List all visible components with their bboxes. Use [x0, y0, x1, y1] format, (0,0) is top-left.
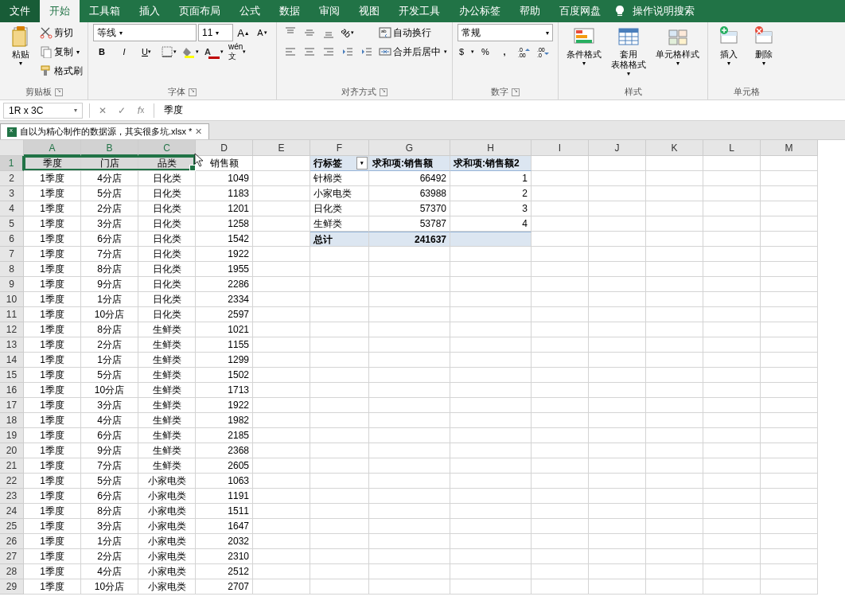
cell[interactable]: 小家电类	[138, 519, 196, 534]
cell[interactable]	[532, 277, 589, 292]
col-header-L[interactable]: L	[703, 140, 761, 156]
cell[interactable]	[532, 504, 589, 519]
cell[interactable]: 2707	[196, 579, 253, 595]
cell[interactable]	[253, 428, 310, 443]
cell[interactable]: 1647	[196, 519, 253, 534]
cell[interactable]	[310, 262, 369, 277]
cell[interactable]	[310, 489, 369, 504]
cell[interactable]: 2分店	[81, 549, 138, 564]
cell[interactable]	[761, 277, 818, 292]
cell[interactable]	[253, 579, 310, 595]
cell[interactable]	[703, 247, 761, 262]
cell[interactable]	[532, 262, 589, 277]
cell[interactable]	[646, 337, 703, 353]
cell[interactable]	[253, 474, 310, 489]
cell[interactable]	[310, 504, 369, 519]
cell[interactable]: 1季度	[24, 322, 81, 337]
cell[interactable]: 1713	[196, 383, 253, 398]
cell[interactable]	[532, 247, 589, 262]
row-header-21[interactable]: 21	[0, 458, 24, 474]
cell[interactable]	[703, 519, 761, 534]
cell[interactable]: 生鲜类	[138, 458, 196, 474]
cell[interactable]	[646, 307, 703, 322]
cell[interactable]: 1	[450, 171, 532, 186]
cell[interactable]	[589, 353, 646, 368]
cell[interactable]	[646, 579, 703, 595]
format-painter-button[interactable]: 格式刷	[40, 62, 83, 80]
cell[interactable]	[532, 307, 589, 322]
cell[interactable]	[761, 428, 818, 443]
cell[interactable]: 求和项:销售额2	[450, 156, 532, 171]
cell[interactable]	[589, 549, 646, 564]
cell[interactable]	[703, 368, 761, 383]
col-header-M[interactable]: M	[761, 140, 818, 156]
cell[interactable]	[450, 353, 532, 368]
cell[interactable]	[369, 398, 450, 413]
cell[interactable]	[253, 322, 310, 337]
cell[interactable]	[703, 458, 761, 474]
cell[interactable]	[253, 564, 310, 579]
cell[interactable]	[646, 277, 703, 292]
cell[interactable]	[589, 474, 646, 489]
cell[interactable]	[646, 489, 703, 504]
cell[interactable]: 3分店	[81, 519, 138, 534]
cell[interactable]	[450, 458, 532, 474]
cell[interactable]: 1季度	[24, 413, 81, 428]
cell[interactable]: 1922	[196, 398, 253, 413]
cell[interactable]	[369, 413, 450, 428]
cell[interactable]	[703, 186, 761, 201]
cell[interactable]	[253, 504, 310, 519]
cell[interactable]	[532, 564, 589, 579]
cell[interactable]	[646, 519, 703, 534]
cell[interactable]	[532, 292, 589, 307]
cell[interactable]: 1063	[196, 474, 253, 489]
cell[interactable]	[589, 307, 646, 322]
delete-cells-button[interactable]: 删除▾	[748, 24, 780, 68]
cell[interactable]: 日化类	[138, 307, 196, 322]
cell[interactable]: 10分店	[81, 307, 138, 322]
cell[interactable]	[761, 292, 818, 307]
bold-button[interactable]: B	[93, 43, 111, 60]
cell[interactable]: 小家电类	[138, 474, 196, 489]
cell[interactable]: 3	[450, 201, 532, 216]
cell[interactable]	[310, 337, 369, 353]
cell[interactable]: 1季度	[24, 262, 81, 277]
tab-formulas[interactable]: 公式	[230, 0, 270, 22]
cell[interactable]: 1季度	[24, 443, 81, 458]
cell[interactable]	[761, 262, 818, 277]
cell[interactable]: 1季度	[24, 201, 81, 216]
cell[interactable]	[761, 579, 818, 595]
row-header-9[interactable]: 9	[0, 277, 24, 292]
col-header-I[interactable]: I	[532, 140, 589, 156]
cell[interactable]	[589, 519, 646, 534]
cell[interactable]	[589, 413, 646, 428]
row-header-15[interactable]: 15	[0, 368, 24, 383]
cell[interactable]	[761, 383, 818, 398]
col-header-H[interactable]: H	[450, 140, 532, 156]
cell[interactable]	[703, 428, 761, 443]
cell[interactable]: 1258	[196, 216, 253, 232]
cell[interactable]	[761, 353, 818, 368]
cell[interactable]: 1季度	[24, 186, 81, 201]
cell[interactable]	[703, 443, 761, 458]
cell[interactable]	[703, 398, 761, 413]
cell[interactable]: 66492	[369, 171, 450, 186]
cell[interactable]	[310, 549, 369, 564]
cell[interactable]	[532, 171, 589, 186]
row-header-17[interactable]: 17	[0, 398, 24, 413]
cell[interactable]	[532, 337, 589, 353]
cell[interactable]	[646, 156, 703, 171]
cell[interactable]	[369, 277, 450, 292]
cell[interactable]	[761, 549, 818, 564]
cell[interactable]: 日化类	[138, 277, 196, 292]
cell[interactable]	[310, 564, 369, 579]
cell[interactable]	[589, 428, 646, 443]
cell[interactable]	[589, 292, 646, 307]
cell[interactable]	[589, 247, 646, 262]
col-header-G[interactable]: G	[369, 140, 450, 156]
cell[interactable]	[310, 428, 369, 443]
decrease-font-button[interactable]: A▼	[254, 24, 271, 41]
cell[interactable]	[310, 247, 369, 262]
cell[interactable]	[703, 534, 761, 549]
cut-button[interactable]: 剪切	[40, 24, 83, 41]
